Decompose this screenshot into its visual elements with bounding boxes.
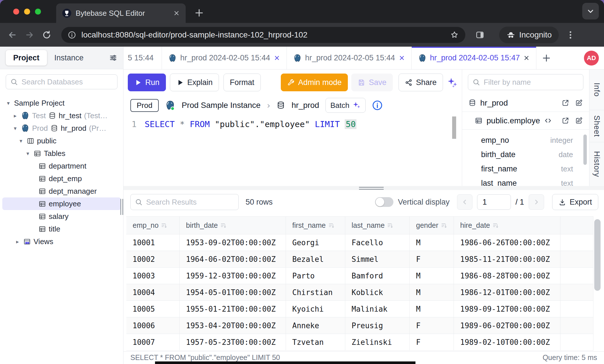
sort-icon <box>492 222 499 229</box>
schema-scrollbar-thumb[interactable] <box>583 134 587 165</box>
tree-item-table-dept-emp[interactable]: dept_emp <box>0 172 123 185</box>
side-panel-icon[interactable] <box>475 30 485 40</box>
editor-scrollbar-thumb[interactable] <box>452 116 456 139</box>
tree-item-hr-test[interactable]: ▸ Test hr_test (Test… <box>0 109 123 122</box>
column-header[interactable]: gender <box>410 217 454 234</box>
tab-project[interactable]: Project <box>6 50 47 66</box>
tree-item-table-department[interactable]: department <box>0 160 123 172</box>
executed-query-text: SELECT * FROM "public"."employee" LIMIT … <box>130 353 280 362</box>
new-tab-button[interactable] <box>194 8 204 18</box>
run-button[interactable]: Run <box>128 74 166 91</box>
prev-page-button[interactable] <box>457 194 472 210</box>
worksheet-tab[interactable]: hr_prod 2024-02-05 15:44 <box>287 47 412 69</box>
rail-tab-info[interactable]: Info <box>589 70 604 110</box>
worksheet-tab-clipped[interactable]: 5 15:44 <box>123 47 162 69</box>
browser-tab[interactable]: Bytebase SQL Editor <box>56 3 186 23</box>
column-header[interactable]: last_name <box>345 217 410 234</box>
page-number-input[interactable] <box>477 194 511 210</box>
tab-search-chevron-button[interactable] <box>582 3 599 19</box>
address-bar[interactable]: localhost:8080/sql-editor/prod-sample-in… <box>61 27 465 43</box>
worksheet-tab[interactable]: hr_prod 2024-02-05 15:44 <box>162 47 287 69</box>
tree-item-table-title[interactable]: title <box>0 223 123 235</box>
sql-code-line[interactable]: 1 SELECT * FROM "public"."employee" LIMI… <box>123 118 462 131</box>
column-row[interactable]: birth_date date <box>462 147 589 162</box>
schema-table-row[interactable]: public.employe <box>462 112 589 130</box>
results-search-input[interactable] <box>146 197 234 207</box>
instance-name[interactable]: Prod Sample Instance <box>182 101 261 110</box>
external-link-icon[interactable] <box>562 99 569 107</box>
tree-item-schema-public[interactable]: ▾ public <box>0 134 123 147</box>
new-worksheet-button[interactable] <box>536 47 556 69</box>
cell: 10007 <box>126 334 180 351</box>
back-icon[interactable] <box>7 30 17 40</box>
explain-button[interactable]: Explain <box>170 74 219 91</box>
external-link-icon[interactable] <box>562 117 569 124</box>
close-tab-icon[interactable] <box>173 10 180 17</box>
export-button[interactable]: Export <box>552 194 598 210</box>
site-info-icon[interactable] <box>68 31 76 39</box>
close-worksheet-icon[interactable] <box>399 55 405 61</box>
results-search[interactable] <box>130 194 239 210</box>
schema-filter[interactable] <box>468 74 583 90</box>
close-window-button[interactable] <box>13 9 19 15</box>
ai-sparkles-icon[interactable] <box>445 76 459 89</box>
vertical-display-toggle[interactable] <box>375 197 393 207</box>
next-page-button[interactable] <box>529 194 544 210</box>
schema-filter-input[interactable] <box>483 78 579 87</box>
column-header[interactable]: emp_no <box>126 217 180 234</box>
database-search-input[interactable] <box>21 77 113 87</box>
column-row[interactable]: emp_no integer <box>462 133 589 147</box>
cell: 1955-01-21T00:00:00Z <box>180 301 286 317</box>
code-icon[interactable] <box>544 117 552 124</box>
column-row[interactable]: last_name text <box>462 176 589 186</box>
schema-database-row[interactable]: hr_prod <box>462 94 589 112</box>
column-header[interactable]: hire_date <box>454 217 560 234</box>
cell: Chirstian <box>286 284 345 301</box>
reload-icon[interactable] <box>42 30 52 40</box>
tab-instance[interactable]: Instance <box>47 50 91 66</box>
edit-icon[interactable] <box>575 117 583 124</box>
close-worksheet-icon[interactable] <box>523 55 530 61</box>
user-avatar[interactable]: AD <box>584 51 599 66</box>
bookmark-star-icon[interactable] <box>450 30 459 39</box>
forward-icon[interactable] <box>25 30 34 40</box>
save-button[interactable]: Save <box>351 74 393 91</box>
batch-button[interactable]: Batch <box>325 98 366 113</box>
column-row[interactable]: first_name text <box>462 162 589 176</box>
column-header[interactable]: birth_date <box>180 217 286 234</box>
cell: Georgi <box>286 234 345 251</box>
zoom-window-button[interactable] <box>35 9 41 15</box>
tree-item-hr-prod[interactable]: ▾ Prod hr_prod (Pr… <box>0 122 123 134</box>
close-worksheet-icon[interactable] <box>274 55 280 61</box>
environment-label: Test <box>32 111 46 120</box>
database-name[interactable]: hr_prod <box>291 101 319 110</box>
tree-item-views-group[interactable]: ▸ Views <box>0 235 123 248</box>
share-button[interactable]: Share <box>399 74 443 91</box>
results-scrollbar-thumb[interactable] <box>594 219 601 291</box>
wrench-icon <box>287 79 295 86</box>
tree-item-table-salary[interactable]: salary <box>0 210 123 223</box>
tree-item-table-dept-manager[interactable]: dept_manager <box>0 185 123 197</box>
table-icon <box>38 213 46 220</box>
tree-item-project[interactable]: ▾ Sample Project <box>0 97 123 109</box>
results-toolbar: 50 rows Vertical display / 1 Export <box>123 190 604 210</box>
browser-menu-icon[interactable] <box>566 30 575 40</box>
worksheet-tab-active[interactable]: hr_prod 2024-02-05 15:47 <box>412 47 537 69</box>
sql-table-ref: "public"."employee" <box>215 119 310 129</box>
minimize-window-button[interactable] <box>24 9 30 15</box>
rail-tab-history[interactable]: History <box>589 142 604 186</box>
cell: M <box>410 301 454 317</box>
sql-keyword: SELECT <box>145 119 175 129</box>
tree-item-tables-group[interactable]: ▾ Tables <box>0 147 123 160</box>
format-button[interactable]: Format <box>223 74 261 91</box>
tree-item-table-employee-selected[interactable]: employee <box>2 197 121 210</box>
sidebar-resize-handle[interactable] <box>120 199 124 215</box>
column-header[interactable]: first_name <box>286 217 345 234</box>
horizontal-splitter[interactable] <box>123 186 604 190</box>
info-icon[interactable] <box>372 100 383 111</box>
database-search[interactable] <box>6 74 117 89</box>
edit-icon[interactable] <box>575 99 583 107</box>
filter-settings-icon[interactable] <box>109 54 117 62</box>
rail-tab-sheet[interactable]: Sheet <box>589 110 604 142</box>
admin-mode-button[interactable]: Admin mode <box>281 74 348 91</box>
